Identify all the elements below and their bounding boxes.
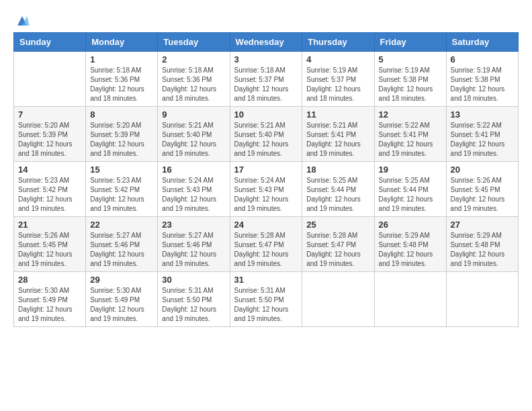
calendar-header-wednesday: Wednesday: [230, 33, 302, 52]
day-number: 30: [162, 275, 225, 285]
day-number: 1: [90, 54, 153, 64]
calendar-cell: [374, 272, 446, 327]
calendar-week-row: 28Sunrise: 5:30 AM Sunset: 5:49 PM Dayli…: [14, 272, 519, 327]
day-info: Sunrise: 5:18 AM Sunset: 5:36 PM Dayligh…: [162, 66, 225, 103]
calendar-cell: 11Sunrise: 5:21 AM Sunset: 5:41 PM Dayli…: [302, 107, 374, 162]
calendar-week-row: 7Sunrise: 5:20 AM Sunset: 5:39 PM Daylig…: [14, 107, 519, 162]
calendar-header-monday: Monday: [86, 33, 158, 52]
calendar-cell: 20Sunrise: 5:26 AM Sunset: 5:45 PM Dayli…: [446, 162, 518, 217]
day-info: Sunrise: 5:31 AM Sunset: 5:50 PM Dayligh…: [234, 286, 298, 324]
day-number: 14: [18, 165, 81, 175]
day-number: 25: [306, 220, 369, 230]
day-number: 10: [234, 109, 298, 120]
calendar-cell: [14, 52, 86, 107]
calendar-cell: 23Sunrise: 5:27 AM Sunset: 5:46 PM Dayli…: [158, 217, 230, 272]
calendar-cell: 21Sunrise: 5:26 AM Sunset: 5:45 PM Dayli…: [14, 217, 86, 272]
calendar-cell: 19Sunrise: 5:25 AM Sunset: 5:44 PM Dayli…: [374, 162, 446, 217]
calendar-cell: 17Sunrise: 5:24 AM Sunset: 5:43 PM Dayli…: [230, 162, 302, 217]
calendar-cell: 2Sunrise: 5:18 AM Sunset: 5:36 PM Daylig…: [158, 52, 230, 107]
calendar-cell: 16Sunrise: 5:24 AM Sunset: 5:43 PM Dayli…: [158, 162, 230, 217]
day-number: 31: [234, 275, 298, 285]
day-info: Sunrise: 5:19 AM Sunset: 5:38 PM Dayligh…: [451, 66, 514, 103]
day-info: Sunrise: 5:28 AM Sunset: 5:47 PM Dayligh…: [306, 231, 369, 269]
calendar-header-thursday: Thursday: [302, 33, 374, 52]
day-info: Sunrise: 5:19 AM Sunset: 5:38 PM Dayligh…: [379, 66, 442, 103]
day-number: 13: [451, 109, 514, 120]
day-info: Sunrise: 5:26 AM Sunset: 5:45 PM Dayligh…: [18, 231, 81, 269]
day-number: 21: [18, 220, 81, 230]
day-info: Sunrise: 5:20 AM Sunset: 5:39 PM Dayligh…: [90, 121, 153, 158]
day-number: 8: [90, 109, 153, 120]
day-number: 19: [379, 165, 442, 175]
day-number: 7: [18, 109, 81, 120]
day-number: 6: [451, 54, 514, 64]
calendar-week-row: 1Sunrise: 5:18 AM Sunset: 5:36 PM Daylig…: [14, 52, 519, 107]
day-info: Sunrise: 5:20 AM Sunset: 5:39 PM Dayligh…: [18, 121, 81, 158]
day-info: Sunrise: 5:29 AM Sunset: 5:48 PM Dayligh…: [451, 231, 514, 269]
day-number: 9: [162, 109, 225, 120]
day-info: Sunrise: 5:27 AM Sunset: 5:46 PM Dayligh…: [162, 231, 225, 269]
day-info: Sunrise: 5:23 AM Sunset: 5:42 PM Dayligh…: [18, 176, 81, 214]
day-info: Sunrise: 5:25 AM Sunset: 5:44 PM Dayligh…: [379, 176, 442, 214]
calendar-cell: 9Sunrise: 5:21 AM Sunset: 5:40 PM Daylig…: [158, 107, 230, 162]
day-info: Sunrise: 5:30 AM Sunset: 5:49 PM Dayligh…: [18, 286, 81, 324]
day-info: Sunrise: 5:21 AM Sunset: 5:41 PM Dayligh…: [306, 121, 369, 158]
calendar-header-friday: Friday: [374, 33, 446, 52]
calendar-cell: 14Sunrise: 5:23 AM Sunset: 5:42 PM Dayli…: [14, 162, 86, 217]
calendar-cell: 3Sunrise: 5:18 AM Sunset: 5:37 PM Daylig…: [230, 52, 302, 107]
day-info: Sunrise: 5:22 AM Sunset: 5:41 PM Dayligh…: [379, 121, 442, 158]
calendar-cell: 8Sunrise: 5:20 AM Sunset: 5:39 PM Daylig…: [86, 107, 158, 162]
day-info: Sunrise: 5:18 AM Sunset: 5:37 PM Dayligh…: [234, 66, 298, 103]
day-number: 24: [234, 220, 298, 230]
calendar-header-tuesday: Tuesday: [158, 33, 230, 52]
calendar-cell: 24Sunrise: 5:28 AM Sunset: 5:47 PM Dayli…: [230, 217, 302, 272]
day-number: 11: [306, 109, 369, 120]
calendar-cell: 7Sunrise: 5:20 AM Sunset: 5:39 PM Daylig…: [14, 107, 86, 162]
calendar-cell: 15Sunrise: 5:23 AM Sunset: 5:42 PM Dayli…: [86, 162, 158, 217]
day-number: 3: [234, 54, 298, 64]
calendar-cell: 4Sunrise: 5:19 AM Sunset: 5:37 PM Daylig…: [302, 52, 374, 107]
calendar-cell: 5Sunrise: 5:19 AM Sunset: 5:38 PM Daylig…: [374, 52, 446, 107]
day-number: 16: [162, 165, 225, 175]
calendar-table: SundayMondayTuesdayWednesdayThursdayFrid…: [13, 32, 519, 327]
calendar-cell: 29Sunrise: 5:30 AM Sunset: 5:49 PM Dayli…: [86, 272, 158, 327]
day-info: Sunrise: 5:18 AM Sunset: 5:36 PM Dayligh…: [90, 66, 153, 103]
day-number: 5: [379, 54, 442, 64]
page-header: [13, 13, 519, 26]
calendar-cell: [446, 272, 518, 327]
day-number: 12: [379, 109, 442, 120]
day-info: Sunrise: 5:23 AM Sunset: 5:42 PM Dayligh…: [90, 176, 153, 214]
calendar-cell: 18Sunrise: 5:25 AM Sunset: 5:44 PM Dayli…: [302, 162, 374, 217]
calendar-cell: 30Sunrise: 5:31 AM Sunset: 5:50 PM Dayli…: [158, 272, 230, 327]
day-info: Sunrise: 5:21 AM Sunset: 5:40 PM Dayligh…: [162, 121, 225, 158]
day-info: Sunrise: 5:19 AM Sunset: 5:37 PM Dayligh…: [306, 66, 369, 103]
day-number: 26: [379, 220, 442, 230]
day-number: 15: [90, 165, 153, 175]
day-info: Sunrise: 5:26 AM Sunset: 5:45 PM Dayligh…: [451, 176, 514, 214]
day-number: 27: [451, 220, 514, 230]
calendar-cell: 12Sunrise: 5:22 AM Sunset: 5:41 PM Dayli…: [374, 107, 446, 162]
day-number: 23: [162, 220, 225, 230]
calendar-cell: 27Sunrise: 5:29 AM Sunset: 5:48 PM Dayli…: [446, 217, 518, 272]
day-number: 20: [451, 165, 514, 175]
logo-icon: [15, 13, 30, 28]
calendar-cell: 26Sunrise: 5:29 AM Sunset: 5:48 PM Dayli…: [374, 217, 446, 272]
day-number: 18: [306, 165, 369, 175]
logo: [13, 13, 30, 26]
calendar-cell: 13Sunrise: 5:22 AM Sunset: 5:41 PM Dayli…: [446, 107, 518, 162]
calendar-cell: 28Sunrise: 5:30 AM Sunset: 5:49 PM Dayli…: [14, 272, 86, 327]
day-info: Sunrise: 5:27 AM Sunset: 5:46 PM Dayligh…: [90, 231, 153, 269]
day-info: Sunrise: 5:24 AM Sunset: 5:43 PM Dayligh…: [234, 176, 298, 214]
calendar-cell: [302, 272, 374, 327]
calendar-cell: 25Sunrise: 5:28 AM Sunset: 5:47 PM Dayli…: [302, 217, 374, 272]
calendar-week-row: 21Sunrise: 5:26 AM Sunset: 5:45 PM Dayli…: [14, 217, 519, 272]
day-number: 22: [90, 220, 153, 230]
calendar-header-saturday: Saturday: [446, 33, 518, 52]
calendar-cell: 22Sunrise: 5:27 AM Sunset: 5:46 PM Dayli…: [86, 217, 158, 272]
day-info: Sunrise: 5:22 AM Sunset: 5:41 PM Dayligh…: [451, 121, 514, 158]
calendar-cell: 10Sunrise: 5:21 AM Sunset: 5:40 PM Dayli…: [230, 107, 302, 162]
day-number: 17: [234, 165, 298, 175]
calendar-cell: 6Sunrise: 5:19 AM Sunset: 5:38 PM Daylig…: [446, 52, 518, 107]
day-info: Sunrise: 5:24 AM Sunset: 5:43 PM Dayligh…: [162, 176, 225, 214]
day-number: 29: [90, 275, 153, 285]
